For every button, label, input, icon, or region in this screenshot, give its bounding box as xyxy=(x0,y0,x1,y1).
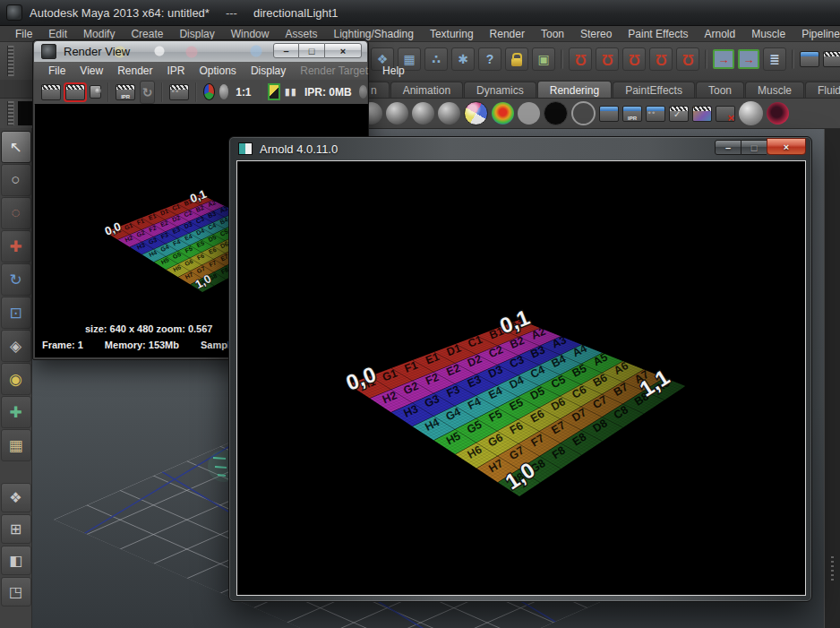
maya-menu-stereo[interactable]: Stereo xyxy=(572,28,620,40)
batch-render-icon[interactable] xyxy=(646,106,665,122)
render-view-titlebar[interactable]: Render View – □ × xyxy=(34,41,367,62)
arnold-titlebar[interactable]: Arnold 4.0.11.0 – □ × xyxy=(229,137,811,160)
shelf-tab-toon[interactable]: Toon xyxy=(696,82,744,98)
shelf-tab-rendering[interactable]: Rendering xyxy=(537,81,612,98)
select-component-icon[interactable]: ∴ xyxy=(424,47,448,71)
select-mask-icon[interactable]: ✱ xyxy=(451,47,475,71)
maya-titlebar[interactable]: Autodesk Maya 2013 x64: untitled* --- di… xyxy=(0,0,840,26)
maya-menu-file[interactable]: File xyxy=(7,28,40,40)
render-view-menu-file[interactable]: File xyxy=(41,65,73,77)
snapshot-icon[interactable] xyxy=(90,85,101,99)
soft-modification-tool[interactable]: ◉ xyxy=(1,363,31,395)
maya-menu-assets[interactable]: Assets xyxy=(277,28,325,40)
shelf-tab-muscle[interactable]: Muscle xyxy=(745,82,804,98)
maximize-button[interactable]: □ xyxy=(299,43,324,58)
beachball-shader-icon[interactable] xyxy=(464,101,488,125)
maya-menu-display[interactable]: Display xyxy=(171,28,222,40)
maya-menu-pipeline-cache[interactable]: Pipeline Cache xyxy=(793,28,840,40)
ipr-render-icon[interactable]: IPR xyxy=(116,84,135,100)
shelf-tab-dynamics[interactable]: Dynamics xyxy=(464,82,536,98)
quick-help-icon[interactable]: ? xyxy=(478,47,501,71)
shaded-sphere-icon[interactable] xyxy=(412,102,434,125)
shelf-tab-animation[interactable]: Animation xyxy=(390,82,463,98)
shelf-drag-handle[interactable] xyxy=(7,101,14,125)
scale-tool[interactable]: ⊡ xyxy=(1,297,31,329)
render-texture-icon[interactable] xyxy=(692,106,712,122)
red-shader-icon[interactable] xyxy=(767,102,789,125)
construction-history-icon[interactable]: ≣ xyxy=(763,47,786,71)
ipr-render-icon[interactable]: IPR xyxy=(622,106,642,122)
glossy-sphere-icon[interactable] xyxy=(739,101,763,125)
shelf-icon-partial[interactable] xyxy=(18,101,32,125)
outliner-pane-layout[interactable]: ◧ xyxy=(1,546,31,575)
maya-menu-arnold[interactable]: Arnold xyxy=(697,28,744,40)
maya-menu-paint-effects[interactable]: Paint Effects xyxy=(620,28,696,40)
close-button[interactable]: × xyxy=(324,43,362,58)
display-real-size-icon[interactable] xyxy=(268,83,279,100)
open-render-view-icon[interactable] xyxy=(800,51,819,67)
shelf-tab-painteffects[interactable]: PaintEffects xyxy=(613,82,695,98)
render-current-frame-icon[interactable] xyxy=(599,106,619,122)
ring-shader-icon[interactable] xyxy=(571,101,596,125)
maya-menu-create[interactable]: Create xyxy=(123,28,171,40)
four-pane-layout[interactable]: ⊞ xyxy=(1,514,31,544)
single-pane-layout[interactable]: ❖ xyxy=(1,483,31,512)
maximize-button[interactable]: □ xyxy=(741,140,767,155)
snap-to-center-icon[interactable]: Ω xyxy=(649,47,673,71)
snap-to-viewplane-icon[interactable]: Ω xyxy=(676,47,699,71)
maya-menu-modify[interactable]: Modify xyxy=(75,28,123,40)
graph-pane-layout[interactable]: ◳ xyxy=(1,577,31,606)
universal-manipulator-tool[interactable]: ◈ xyxy=(1,330,31,362)
flat-circle-shader-icon[interactable] xyxy=(518,102,540,125)
render-view-menu-render[interactable]: Render xyxy=(110,65,159,77)
maya-menu-edit[interactable]: Edit xyxy=(40,28,75,40)
region-render-icon[interactable] xyxy=(169,84,189,100)
paint-select-tool[interactable]: ◌ xyxy=(1,197,31,229)
input-connections-icon[interactable]: → xyxy=(713,49,734,69)
render-settings-icon[interactable] xyxy=(669,106,689,122)
statusline-drag-handle[interactable] xyxy=(7,46,14,76)
shaded-sphere-icon[interactable] xyxy=(438,102,460,125)
select-tool[interactable]: ↖ xyxy=(1,131,31,163)
polygon-grid-tool[interactable]: ▦ xyxy=(1,429,31,461)
minimize-button[interactable]: – xyxy=(273,43,299,58)
snap-to-point-icon[interactable]: Ω xyxy=(622,47,646,71)
maya-menu-texturing[interactable]: Texturing xyxy=(422,28,482,40)
snap-to-grid-icon[interactable]: Ω xyxy=(569,47,592,71)
stop-render-icon[interactable] xyxy=(359,85,367,99)
refresh-ipr-icon[interactable]: ↻ xyxy=(140,81,155,104)
render-view-menu-options[interactable]: Options xyxy=(193,65,244,77)
maya-menu-window[interactable]: Window xyxy=(223,28,278,40)
render-view-menu-ipr[interactable]: IPR xyxy=(160,65,193,77)
render-view-menu-view[interactable]: View xyxy=(73,65,110,77)
cancel-batch-render-icon[interactable] xyxy=(716,106,735,122)
alpha-channel-icon[interactable] xyxy=(219,84,229,99)
output-connections-icon[interactable]: → xyxy=(738,49,759,69)
maya-menu-muscle[interactable]: Muscle xyxy=(743,28,793,40)
render-current-frame-icon[interactable] xyxy=(823,51,840,67)
rgb-channels-icon[interactable] xyxy=(203,83,215,100)
render-view-menu-help[interactable]: Help xyxy=(375,65,412,77)
shelf-tab-fluids[interactable]: Fluids xyxy=(805,82,840,98)
minimize-button[interactable]: – xyxy=(715,140,741,155)
maya-menu-lighting-shading[interactable]: Lighting/Shading xyxy=(325,28,421,40)
arnold-image-area[interactable]: A1B1C1D1E1F1G1H1A2B2C2D2E2F2G2H2A3B3C3D3… xyxy=(236,160,806,596)
render-view-menu-display[interactable]: Display xyxy=(244,65,293,77)
shaded-sphere-icon[interactable] xyxy=(386,102,408,125)
maya-menu-render[interactable]: Render xyxy=(482,28,533,40)
ramp-shader-icon[interactable] xyxy=(492,102,514,125)
rotate-tool[interactable]: ↻ xyxy=(1,263,31,296)
highlight-selection-icon[interactable]: ▣ xyxy=(532,47,555,71)
close-button[interactable]: × xyxy=(767,138,806,155)
show-manipulator-tool[interactable]: ✚ xyxy=(1,396,31,428)
lock-selection-icon[interactable] xyxy=(505,47,528,71)
black-circle-shader-icon[interactable] xyxy=(544,101,568,125)
snap-to-curve-icon[interactable]: Ω xyxy=(596,47,619,71)
maya-menu-toon[interactable]: Toon xyxy=(533,28,572,40)
render-current-frame-icon[interactable] xyxy=(41,84,61,100)
pause-ipr-icon[interactable]: ▮▮ xyxy=(285,86,297,98)
move-tool[interactable]: ✚ xyxy=(1,230,31,262)
panel-drag-dots[interactable] xyxy=(831,556,834,581)
redo-previous-render-icon[interactable] xyxy=(65,84,85,100)
lasso-tool[interactable]: ○ xyxy=(1,164,31,196)
